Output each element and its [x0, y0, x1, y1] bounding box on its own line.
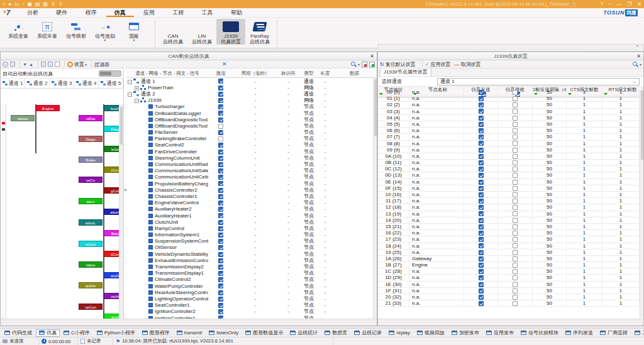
- tree-row[interactable]: CommunicationUnitCellular - - 节点 -: [126, 174, 373, 180]
- topology-node[interactable]: rdDat: [79, 115, 103, 121]
- splitter-collapse-icon[interactable]: ◂: [124, 187, 126, 192]
- sim-receive-checkbox[interactable]: [513, 269, 518, 274]
- sim-receive-checkbox[interactable]: [513, 173, 518, 178]
- j1939-node-row[interactable]: 00 (0) n.a. 50 1 1: [378, 89, 640, 96]
- ribbon-button[interactable]: FlexRay 总线仿真: [245, 19, 274, 45]
- import-grid-icon[interactable]: [369, 62, 375, 67]
- tree-row[interactable]: ExhaustEmissionController - - 节点 -: [126, 257, 373, 263]
- topology-node[interactable]: Brake: [79, 156, 103, 163]
- j1939-node-row[interactable]: 0D (13) n.a. 50 1 1: [378, 172, 640, 178]
- tree-row[interactable]: Turbocharger - - 节点 -: [126, 104, 373, 110]
- record-dot-icon[interactable]: ●: [8, 0, 11, 8]
- active-checkbox[interactable]: [218, 283, 223, 288]
- topology-node[interactable]: veCo: [79, 177, 103, 183]
- sim-send-checkbox[interactable]: [479, 160, 484, 165]
- stop-square-icon[interactable]: [10, 62, 15, 67]
- active-checkbox[interactable]: [218, 239, 223, 244]
- active-checkbox[interactable]: [218, 118, 223, 123]
- bottom-tab[interactable]: 仿真: [36, 329, 60, 337]
- sim-send-checkbox[interactable]: [479, 199, 484, 204]
- topology-node[interactable]: aryHe: [79, 282, 103, 288]
- upload-icon[interactable]: ⇧: [51, 0, 55, 8]
- sim-send-checkbox[interactable]: [479, 231, 484, 236]
- sim-receive-checkbox[interactable]: [513, 154, 518, 159]
- bottom-tab[interactable]: 总线统计: [287, 329, 321, 337]
- topology-node[interactable]: aryHe: [104, 272, 119, 278]
- sim-send-checkbox[interactable]: [479, 141, 484, 146]
- bottom-tab[interactable]: 厂商选择: [597, 329, 631, 337]
- sim-receive-checkbox[interactable]: [513, 256, 518, 261]
- bottom-tab[interactable]: C小程序: [60, 329, 93, 337]
- sim-send-checkbox[interactable]: [479, 205, 484, 210]
- sim-receive-checkbox[interactable]: [513, 160, 518, 165]
- help-button[interactable]: ?: [601, 0, 603, 8]
- sim-receive-checkbox[interactable]: [513, 109, 518, 114]
- expand-toggle[interactable]: −: [128, 80, 132, 84]
- tree-row[interactable]: ChassisController2 - - 节点 -: [126, 187, 373, 193]
- sim-send-checkbox[interactable]: [479, 173, 484, 178]
- settings-dropdown[interactable]: 设置: [74, 61, 84, 68]
- j1939-node-row[interactable]: 13 (19) n.a. 50 1 1: [378, 211, 640, 217]
- col-data[interactable]: 数据: [332, 69, 377, 77]
- j1939-scrollbar[interactable]: [640, 89, 643, 318]
- topology-node[interactable]: sCont: [104, 251, 119, 257]
- layout1-icon[interactable]: [41, 62, 46, 67]
- active-checkbox[interactable]: [218, 290, 223, 295]
- upload2-icon[interactable]: ⇧: [58, 0, 63, 8]
- j1939-close-icon[interactable]: ✕: [636, 52, 641, 60]
- menu-tab[interactable]: 硬件: [48, 9, 75, 16]
- j1939-node-row[interactable]: 1D (29) n.a. 50 1 1: [378, 275, 640, 281]
- sim-send-checkbox[interactable]: [479, 186, 484, 191]
- tree-row[interactable]: SteeringColumnUnit - - 节点 -: [126, 155, 373, 161]
- layout2-icon[interactable]: [48, 62, 53, 67]
- layout3-icon[interactable]: [55, 62, 60, 67]
- close-button[interactable]: ✕: [637, 0, 641, 8]
- sim-receive-checkbox[interactable]: [513, 134, 518, 140]
- active-checkbox[interactable]: [218, 233, 223, 238]
- sim-send-checkbox[interactable]: [479, 154, 484, 159]
- active-checkbox[interactable]: [218, 213, 223, 218]
- channel-tab[interactable]: 通道 2: [25, 79, 50, 88]
- active-checkbox[interactable]: [218, 136, 223, 141]
- active-checkbox[interactable]: [218, 245, 223, 250]
- tree-row[interactable]: AuxiliaryHeater2 - - 节点 -: [126, 206, 373, 212]
- tree-row[interactable]: AuxiliaryHeater1 - - 节点 -: [126, 212, 373, 219]
- active-checkbox[interactable]: [218, 79, 223, 84]
- bottom-tab[interactable]: replay: [386, 329, 413, 337]
- active-checkbox[interactable]: [218, 271, 223, 276]
- channel-tab[interactable]: 通道 5: [99, 79, 123, 88]
- sim-send-checkbox[interactable]: [479, 122, 484, 127]
- sim-send-checkbox[interactable]: [479, 256, 484, 261]
- search-icon[interactable]: [632, 61, 638, 67]
- tree-row[interactable]: SeatControl2 - - 节点 -: [126, 142, 373, 148]
- move-down-icon[interactable]: ▼: [23, 62, 27, 67]
- expand-toggle[interactable]: −: [135, 99, 139, 103]
- active-checkbox[interactable]: [218, 143, 223, 148]
- j1939-node-row[interactable]: 16 (22) n.a. 50 1 1: [378, 230, 640, 236]
- active-checkbox[interactable]: [218, 220, 223, 225]
- open-file-icon[interactable]: ▣: [27, 0, 32, 8]
- j1939-node-row[interactable]: 0C (12) n.a. 50 1 1: [378, 166, 640, 172]
- sim-receive-checkbox[interactable]: [513, 250, 518, 255]
- active-checkbox[interactable]: [218, 309, 223, 314]
- tree-row[interactable]: CommunicationUnitRadio - - 节点 -: [126, 161, 373, 167]
- j1939-node-row[interactable]: 17 (23) n.a. 50 1 1: [378, 236, 640, 243]
- col-length[interactable]: 长度: [318, 69, 332, 77]
- active-checkbox[interactable]: [218, 194, 223, 199]
- sim-send-checkbox[interactable]: [479, 148, 484, 153]
- tab-node-properties[interactable]: J1939节点属性设置: [380, 67, 431, 76]
- clear-selection-icon[interactable]: ✕: [222, 61, 227, 67]
- topology-node[interactable]: Batte: [104, 230, 119, 236]
- topology-canvas[interactable]: Engine atewa bocha rdDat Diagn Diagn leS…: [7, 104, 119, 319]
- menu-tab[interactable]: 帮助: [223, 9, 250, 16]
- sim-receive-checkbox[interactable]: [513, 122, 518, 127]
- j1939-node-row[interactable]: 10 (16) n.a. 50 1 1: [378, 192, 640, 198]
- tree-scrollbar[interactable]: [373, 78, 377, 319]
- j1939-node-row[interactable]: 1B (27) Engine 50 1 1: [378, 262, 640, 268]
- sim-send-checkbox[interactable]: [479, 116, 484, 121]
- j1939-node-row[interactable]: 11 (17) n.a. 50 1 1: [378, 198, 640, 204]
- j1939-node-row[interactable]: 1C (28) n.a. 50 1 1: [378, 268, 640, 275]
- sim-send-checkbox[interactable]: [479, 263, 484, 268]
- tree-row[interactable]: −通道 2 - - 通道 -: [126, 90, 373, 97]
- tree-row[interactable]: ChassisController1 - - 节点 -: [126, 193, 373, 199]
